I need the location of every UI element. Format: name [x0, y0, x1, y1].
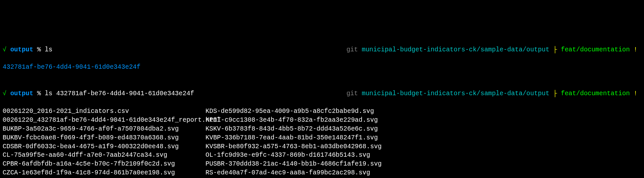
file-entry: CL-75a99f5e-aa60-4dff-a7e0-7aab2447ca34.…	[3, 151, 206, 160]
file-entry: BUKBV-fcbc0ae8-f069-4f3f-b089-ed48370a63…	[3, 134, 206, 142]
ls-output-files: 00261220_2016-2021_indicators.csv 002612…	[3, 107, 641, 178]
prompt-line-1[interactable]: √ output % ls git municipal-budget-indic…	[3, 37, 641, 54]
file-entry: KVSBR-be80f932-a575-4763-8eb1-a03dbe0429…	[206, 142, 382, 151]
file-entry: CDSBR-0df6033c-bea4-4675-a1f9-400322d0ee…	[3, 142, 206, 151]
file-entry: 00261220_2016-2021_indicators.csv	[3, 107, 206, 116]
prompt-symbol: %	[37, 90, 41, 97]
branch-icon: ├	[553, 46, 557, 53]
command-text: ls 432781af-be76-4dd4-9041-61d0e343e24f	[45, 90, 194, 97]
file-entry: KDS-de599d82-95ea-4009-a9b5-a8cfc2babe9d…	[206, 107, 382, 116]
file-entry: OL-1fc9d93e-e9fc-4337-869b-d161746b5143.…	[206, 151, 382, 160]
git-label: git	[347, 90, 358, 97]
file-entry: BUKBP-3a502a3c-9659-4766-af0f-a7507804db…	[3, 125, 206, 134]
dirty-indicator-icon: !	[634, 90, 637, 97]
git-repo-path: municipal-budget-indicators-ck/sample-da…	[362, 90, 549, 97]
directory-entry: 432781af-be76-4dd4-9041-61d0e343e24f	[3, 63, 140, 71]
branch-name: feat/documentation	[561, 90, 630, 97]
dirty-indicator-icon: !	[634, 46, 637, 53]
status-check-icon: √	[3, 90, 7, 97]
branch-name: feat/documentation	[561, 46, 630, 53]
current-dir: output	[10, 46, 33, 53]
file-entry: CPBR-6afdbfdb-a16a-4c5e-b70c-7fb2109f0c2…	[3, 160, 206, 169]
current-dir: output	[10, 90, 33, 97]
file-entry: CZCA-1e63ef8d-1f9a-41c8-974d-861b7a0ee19…	[3, 169, 206, 177]
file-entry: RS-ede40a7f-07ad-4ec9-aa8a-fa99bc2ac298.…	[206, 169, 382, 177]
branch-icon: ├	[553, 90, 557, 97]
file-column-2: KDS-de599d82-95ea-4009-a9b5-a8cfc2babe9d…	[206, 107, 382, 178]
file-entry: PUSBR-370ddd38-21ac-4140-bb1b-4686cf1afe…	[206, 160, 382, 169]
git-repo-path: municipal-budget-indicators-ck/sample-da…	[362, 46, 549, 53]
git-label: git	[347, 46, 358, 53]
file-entry: 00261220_432781af-be76-4dd4-9041-61d0e34…	[3, 116, 206, 125]
command-text: ls	[45, 46, 52, 53]
file-entry: KSKV-6b3783f8-843d-4bb5-8b72-ddd43a526e6…	[206, 125, 382, 134]
status-check-icon: √	[3, 46, 7, 53]
file-entry: KVBP-336b7188-7ead-4aab-81bd-350e148247f…	[206, 134, 382, 142]
ls-output-directory: 432781af-be76-4dd4-9041-61d0e343e24f	[3, 63, 641, 72]
prompt-line-2[interactable]: √ output % ls 432781af-be76-4dd4-9041-61…	[3, 80, 641, 98]
file-column-1: 00261220_2016-2021_indicators.csv 002612…	[3, 107, 206, 178]
file-entry: KPIT-c9cc1308-3e4b-4f70-832a-fb2aa3e229a…	[206, 116, 382, 125]
prompt-symbol: %	[37, 46, 41, 53]
